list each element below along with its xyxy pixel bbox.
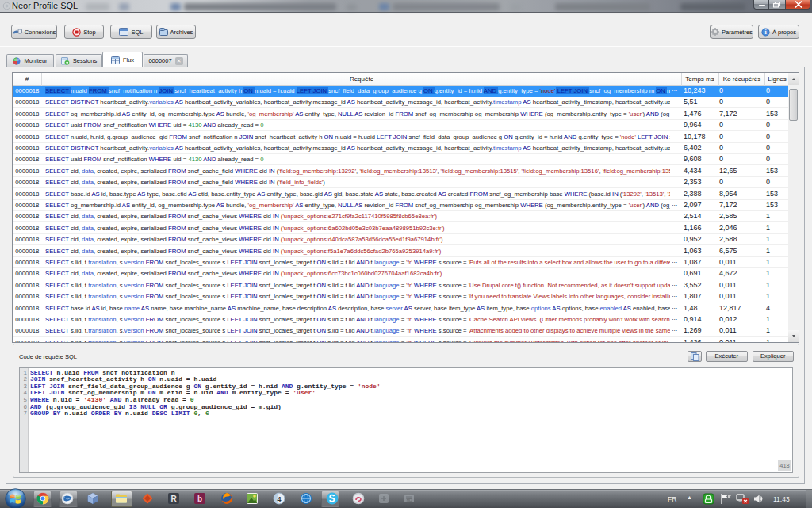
svg-text:HD: HD — [406, 498, 412, 502]
svg-text:R: R — [170, 495, 177, 503]
svg-text:4: 4 — [277, 495, 281, 503]
svg-text:b: b — [197, 495, 202, 503]
